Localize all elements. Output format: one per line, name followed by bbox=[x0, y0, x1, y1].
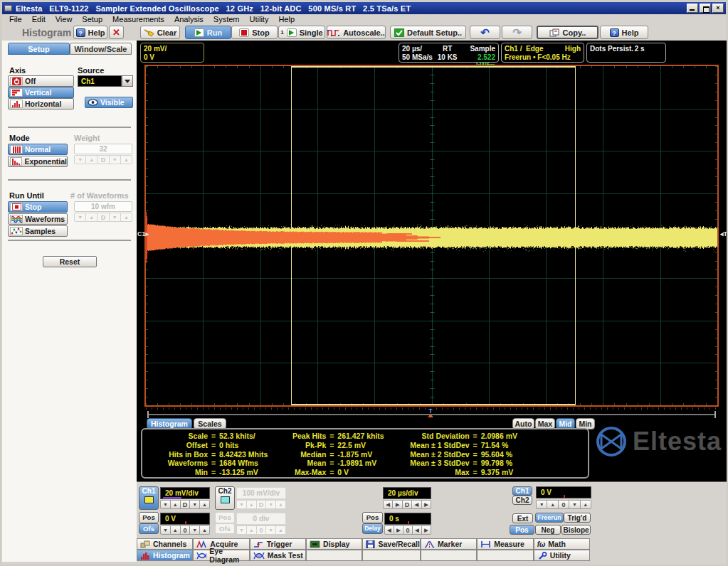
menu-item[interactable]: Setup bbox=[77, 15, 107, 23]
panel-close-button[interactable]: ✕ bbox=[109, 26, 124, 39]
tab-eye-diagram[interactable]: Eye Diagram bbox=[193, 550, 249, 561]
run-until-waveforms-button[interactable]: Waveforms bbox=[8, 213, 68, 225]
trigger-ext-button[interactable]: Ext bbox=[512, 513, 533, 523]
run-button[interactable]: Run bbox=[185, 26, 231, 39]
tab-histogram[interactable]: Histogram bbox=[137, 550, 193, 561]
coarse-increment-button[interactable]: ▶ bbox=[393, 500, 402, 509]
clear-button[interactable]: Clear bbox=[140, 26, 180, 39]
coarse-increment-button[interactable]: ▲ bbox=[171, 500, 181, 509]
slope-pos-button[interactable]: Pos bbox=[510, 525, 534, 535]
channel1-scale-field[interactable]: 20 mV/div bbox=[160, 487, 210, 499]
menu-item[interactable]: System bbox=[209, 15, 245, 23]
spin-middle-button[interactable]: 0 bbox=[181, 525, 191, 535]
trigger-position-marker[interactable]: T bbox=[427, 408, 434, 417]
fine-decrement-button[interactable]: ◀ bbox=[413, 525, 422, 535]
restore-button[interactable] bbox=[700, 4, 711, 13]
coarse-decrement-button[interactable]: ◀ bbox=[384, 525, 394, 535]
tab-math[interactable]: fω Math bbox=[534, 538, 590, 550]
tab-measure[interactable]: Measure bbox=[477, 538, 533, 550]
trigger-source-ch2-button[interactable]: Ch2 bbox=[512, 496, 532, 505]
horizontal-scrollbar[interactable]: T bbox=[144, 410, 719, 419]
tab-mask-test[interactable]: Mask Test bbox=[250, 550, 306, 561]
menu-item[interactable]: View bbox=[51, 15, 78, 23]
pos-option[interactable]: Pos bbox=[362, 512, 383, 523]
channel1-scale-spinner[interactable]: ▼▲D▼▲ bbox=[160, 500, 210, 509]
fine-increment-button[interactable]: ▶ bbox=[422, 500, 431, 509]
timebase-pos-delay-toggle[interactable]: Pos Delay bbox=[362, 512, 383, 534]
copy-button[interactable]: Copy.. bbox=[537, 26, 598, 39]
fine-increment-button[interactable]: ▲ bbox=[200, 525, 210, 535]
channel1-offset-field[interactable]: 0 V bbox=[160, 513, 210, 525]
tab-marker[interactable]: Marker bbox=[421, 538, 477, 550]
timebase-scale-field[interactable]: 20 µs/div bbox=[383, 487, 431, 499]
single-button[interactable]: 1 Single bbox=[278, 26, 325, 39]
channel1-offset-spinner[interactable]: ▼▲0▼▲ bbox=[160, 525, 210, 535]
coarse-decrement-button[interactable]: ▼ bbox=[160, 500, 171, 509]
trigger-freerun-button[interactable]: Freerun bbox=[535, 513, 564, 523]
menu-item[interactable]: Edit bbox=[27, 15, 51, 23]
tab-save-recall[interactable]: Save/Recall bbox=[362, 538, 420, 550]
help-button[interactable]: ? Help bbox=[600, 26, 648, 39]
trigger-source-ch1-button[interactable]: Ch1 bbox=[512, 486, 532, 496]
menu-item[interactable]: Analysis bbox=[169, 15, 209, 23]
coarse-decrement-button[interactable]: ▼ bbox=[536, 500, 547, 509]
fine-decrement-button[interactable]: ◀ bbox=[412, 500, 421, 509]
channel1-pos-ofs-toggle[interactable]: Pos Ofs bbox=[139, 512, 159, 534]
menu-item[interactable]: Utility bbox=[245, 15, 274, 23]
source-dropdown[interactable]: Ch1 bbox=[78, 75, 133, 87]
spin-middle-button[interactable]: 0 bbox=[403, 525, 413, 535]
autoscale-button[interactable]: Autoscale.. bbox=[327, 26, 386, 39]
reset-button[interactable]: Reset bbox=[43, 256, 97, 267]
fine-decrement-button[interactable]: ▼ bbox=[569, 500, 580, 509]
channel1-position-marker[interactable]: C1▸ bbox=[137, 230, 149, 237]
menu-item[interactable]: Help bbox=[273, 15, 300, 23]
delay-option[interactable]: Delay bbox=[362, 523, 383, 535]
coarse-increment-button[interactable]: ▶ bbox=[394, 525, 403, 535]
stop-button[interactable]: Stop bbox=[231, 26, 278, 39]
spin-middle-button[interactable]: D bbox=[403, 500, 412, 509]
fine-decrement-button[interactable]: ▼ bbox=[190, 500, 200, 509]
fine-increment-button[interactable]: ▲ bbox=[200, 500, 210, 509]
undo-button[interactable]: ↶ bbox=[470, 26, 500, 39]
fine-increment-button[interactable]: ▶ bbox=[422, 525, 431, 535]
axis-horizontal-button[interactable]: Horizontal bbox=[8, 98, 74, 110]
trigger-level-spinner[interactable]: ▼▲0▼▲ bbox=[536, 500, 591, 509]
axis-vertical-button[interactable]: Vertical bbox=[8, 87, 74, 98]
coarse-increment-button[interactable]: ▲ bbox=[171, 525, 181, 535]
close-button[interactable]: × bbox=[712, 4, 724, 13]
graticule[interactable] bbox=[144, 65, 719, 407]
axis-off-button[interactable]: Off bbox=[8, 75, 74, 87]
tab-channels[interactable]: Channels bbox=[137, 538, 193, 550]
delay-field[interactable]: 0 s bbox=[384, 513, 431, 525]
menu-item[interactable]: File bbox=[4, 15, 27, 23]
menu-item[interactable]: Measurements bbox=[107, 15, 169, 23]
default-setup-button[interactable]: Default Setup.. bbox=[390, 26, 466, 39]
dropdown-arrow-icon[interactable] bbox=[122, 75, 133, 87]
coarse-decrement-button[interactable]: ▼ bbox=[160, 525, 171, 535]
run-until-samples-button[interactable]: Samples bbox=[8, 225, 68, 237]
delay-spinner[interactable]: ◀▶0◀▶ bbox=[384, 525, 431, 535]
slope-bislope-button[interactable]: Bislope bbox=[561, 525, 591, 535]
trigger-trigd-button[interactable]: Trig'd bbox=[564, 513, 591, 523]
run-until-stop-button[interactable]: Stop bbox=[8, 201, 68, 213]
tab-utility[interactable]: Utility bbox=[534, 550, 590, 561]
trigger-level-field[interactable]: 0 V bbox=[536, 486, 591, 498]
tab-trigger[interactable]: Trigger bbox=[250, 538, 306, 550]
redo-button[interactable]: ↷ bbox=[502, 26, 532, 39]
channel2-button[interactable]: Ch2 bbox=[215, 486, 235, 510]
coarse-decrement-button[interactable]: ◀ bbox=[383, 500, 393, 509]
slope-neg-button[interactable]: Neg bbox=[535, 525, 561, 535]
pos-option[interactable]: Pos bbox=[139, 512, 159, 523]
tab-window-scale[interactable]: Window/Scale bbox=[70, 43, 132, 55]
spin-middle-button[interactable]: D bbox=[181, 500, 191, 509]
panel-help-button[interactable]: ? Help bbox=[73, 26, 107, 39]
trigger-level-marker[interactable]: ◂T bbox=[720, 230, 727, 237]
tab-display[interactable]: Display bbox=[306, 538, 362, 550]
tab-setup[interactable]: Setup bbox=[8, 43, 70, 55]
spin-middle-button[interactable]: 0 bbox=[559, 500, 569, 509]
visible-button[interactable]: Visible bbox=[85, 97, 133, 108]
mode-normal-button[interactable]: Normal bbox=[8, 144, 68, 155]
timebase-scale-spinner[interactable]: ◀▶D◀▶ bbox=[383, 500, 431, 509]
mode-exponential-button[interactable]: Exponential bbox=[8, 156, 68, 167]
fine-decrement-button[interactable]: ▼ bbox=[190, 525, 200, 535]
